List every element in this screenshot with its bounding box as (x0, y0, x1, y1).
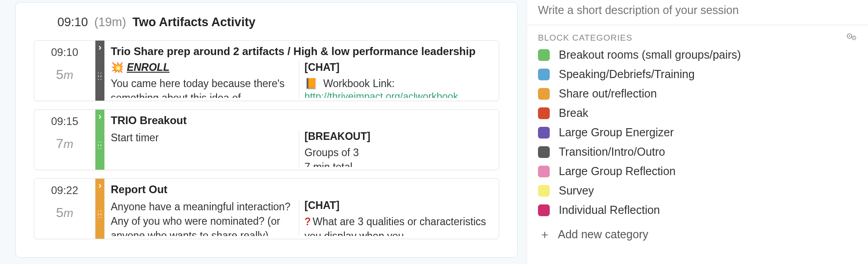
book-icon: 📙 (305, 78, 318, 89)
agenda-block[interactable]: 09:10 5m › ∷∷ Trio Share prep around 2 a… (34, 40, 499, 101)
chevron-right-icon[interactable]: › (99, 42, 102, 51)
block-title: TRIO Breakout (111, 114, 492, 127)
breakout-line2: 7 min total (305, 160, 488, 167)
block-duration: 5m (56, 205, 73, 220)
block-category-stripe: › ∷∷ (95, 179, 104, 239)
block-body: Report Out Anyone have a meaningful inte… (104, 179, 499, 239)
question-line: ?What are 3 qualities or characteristics… (305, 214, 488, 236)
block-start-time: 09:22 (51, 184, 78, 197)
chat-label: [CHAT] (305, 199, 488, 212)
drag-handle-icon[interactable]: ∷∷ (98, 211, 103, 236)
category-swatch (538, 127, 550, 139)
block-duration: 7m (56, 136, 73, 151)
section-card: 09:10 (19m) Two Artifacts Activity 09:10… (15, 2, 518, 258)
category-label: Individual Reflection (559, 204, 660, 217)
category-item[interactable]: Break (538, 107, 857, 120)
block-left-column: Anyone have a meaningful interaction? An… (111, 199, 299, 236)
block-time-col: 09:15 7m (34, 110, 95, 170)
category-item[interactable]: Large Group Energizer (538, 126, 857, 139)
category-swatch (538, 49, 550, 61)
enroll-link[interactable]: ENROLL (127, 61, 170, 73)
chevron-right-icon[interactable]: › (99, 181, 102, 190)
block-body: TRIO Breakout Start timer [BREAKOUT] Gro… (104, 110, 499, 170)
enroll-line: 💥 ENROLL (111, 61, 294, 74)
category-item[interactable]: Share out/reflection (538, 87, 857, 100)
svg-point-3 (854, 37, 854, 38)
block-left-column: 💥 ENROLL You came here today because the… (111, 61, 299, 98)
block-left-text: You came here today because there's some… (111, 76, 294, 98)
description-area (527, 0, 868, 25)
block-left-text: Start timer (111, 130, 294, 145)
block-list: 09:10 5m › ∷∷ Trio Share prep around 2 a… (34, 40, 499, 239)
category-item[interactable]: Transition/Intro/Outro (538, 145, 857, 158)
categories-header: BLOCK CATEGORIES (538, 33, 632, 43)
question-icon: ? (305, 216, 311, 227)
block-body: Trio Share prep around 2 artifacts / Hig… (104, 41, 499, 101)
category-label: Speaking/Debriefs/Training (559, 68, 695, 81)
block-title: Trio Share prep around 2 artifacts / Hig… (111, 45, 492, 58)
block-time-col: 09:10 5m (34, 41, 95, 101)
category-label: Breakout rooms (small groups/pairs) (559, 48, 741, 61)
category-swatch (538, 146, 550, 158)
block-left-text: Anyone have a meaningful interaction? An… (111, 199, 294, 236)
category-swatch (538, 88, 550, 100)
add-category-label: Add new category (558, 228, 648, 241)
breakout-label: [BREAKOUT] (305, 130, 488, 143)
workbook-link[interactable]: http://thriveimpact.org/aclworkbook (305, 91, 458, 98)
drag-handle-icon[interactable]: ∷∷ (98, 73, 103, 98)
drag-handle-icon[interactable]: ∷∷ (98, 142, 103, 167)
categories-section: BLOCK CATEGORIES Breakout rooms (small g… (527, 25, 868, 250)
category-item[interactable]: Breakout rooms (small groups/pairs) (538, 48, 857, 61)
chat-label: [CHAT] (305, 61, 488, 74)
category-label: Survey (559, 184, 594, 197)
category-label: Break (559, 107, 588, 120)
category-item[interactable]: Survey (538, 184, 857, 197)
agenda-panel: 09:10 (19m) Two Artifacts Activity 09:10… (0, 0, 527, 264)
block-category-stripe: › ∷∷ (95, 110, 104, 170)
category-label: Large Group Energizer (559, 126, 674, 139)
section-title: Two Artifacts Activity (132, 15, 255, 29)
block-start-time: 09:10 (51, 46, 78, 59)
category-item[interactable]: Speaking/Debriefs/Training (538, 68, 857, 81)
category-swatch (538, 204, 550, 216)
agenda-block[interactable]: 09:15 7m › ∷∷ TRIO Breakout Start timer (34, 109, 499, 170)
category-label: Large Group Reflection (559, 165, 675, 178)
workbook-line: 📙 Workbook Link: (305, 76, 488, 91)
category-swatch (538, 185, 550, 197)
category-item[interactable]: Individual Reflection (538, 204, 857, 217)
chevron-right-icon[interactable]: › (99, 111, 102, 120)
block-duration: 5m (56, 67, 73, 82)
category-swatch (538, 69, 550, 80)
sidebar-panel: BLOCK CATEGORIES Breakout rooms (small g… (527, 0, 868, 264)
block-category-stripe: › ∷∷ (95, 41, 104, 101)
block-right-column: [BREAKOUT] Groups of 3 7 min total (299, 130, 493, 167)
category-swatch (538, 166, 550, 177)
block-title: Report Out (111, 183, 492, 196)
category-item[interactable]: Large Group Reflection (538, 165, 857, 178)
category-list: Breakout rooms (small groups/pairs)Speak… (538, 48, 857, 217)
category-label: Share out/reflection (559, 87, 657, 100)
plus-icon: ＋ (539, 227, 551, 242)
block-start-time: 09:15 (51, 115, 78, 128)
breakout-line1: Groups of 3 (305, 145, 488, 160)
agenda-block[interactable]: 09:22 5m › ∷∷ Report Out Anyone have a m… (34, 178, 499, 239)
section-duration: (19m) (94, 15, 127, 29)
block-right-column: [CHAT] 📙 Workbook Link: http://thriveimp… (299, 61, 493, 98)
block-left-column: Start timer (111, 130, 299, 167)
block-right-column: [CHAT] ?What are 3 qualities or characte… (299, 199, 493, 236)
block-time-col: 09:22 5m (34, 179, 95, 239)
category-swatch (538, 107, 550, 119)
gear-icon[interactable] (846, 32, 857, 43)
svg-point-1 (849, 35, 850, 37)
section-start-time: 09:10 (57, 15, 88, 29)
add-category-button[interactable]: ＋ Add new category (538, 227, 857, 242)
session-description-input[interactable] (538, 4, 857, 17)
category-label: Transition/Intro/Outro (559, 145, 665, 158)
section-header: 09:10 (19m) Two Artifacts Activity (34, 3, 499, 40)
